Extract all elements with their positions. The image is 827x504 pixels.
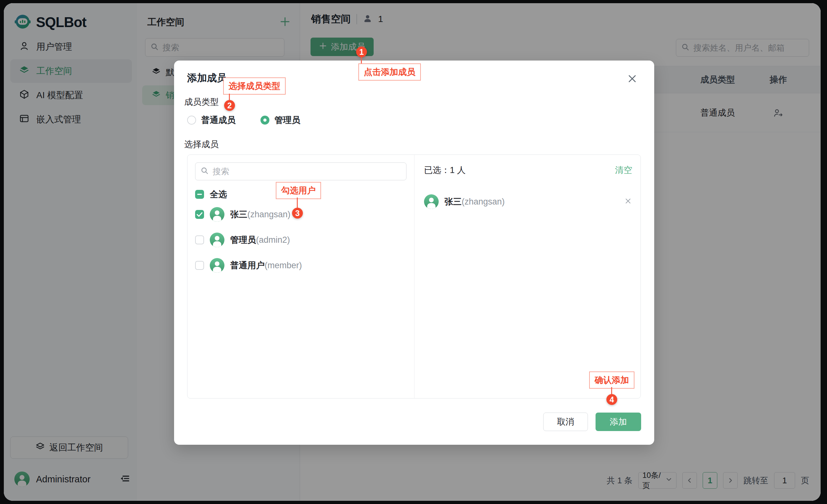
user-list-item[interactable]: 普通用户(member) [195, 256, 410, 275]
select-all-label: 全选 [210, 188, 227, 200]
close-icon[interactable] [627, 73, 638, 85]
candidate-search-input[interactable] [213, 167, 401, 176]
member-type-label: 成员类型 [184, 96, 219, 108]
step-badge-2: 2 [224, 100, 235, 111]
user-username: (admin2) [256, 235, 290, 245]
member-type-radio-group: 普通成员 管理员 [187, 115, 300, 125]
app-window: SQLBot 用户管理 工作空间 [4, 3, 821, 501]
cancel-button[interactable]: 取消 [543, 412, 588, 431]
selected-user-name: 张三 [444, 197, 461, 207]
selected-user-item: 张三(zhangsan) [424, 192, 632, 211]
select-all-row[interactable]: 全选 [195, 188, 227, 201]
checkbox-indeterminate-icon[interactable] [195, 190, 204, 199]
radio-unselected-icon[interactable] [187, 116, 196, 124]
annotation-choose-member-type: 选择成员类型 [223, 77, 286, 95]
add-member-modal: 添加成员 成员类型 普通成员 管理员 选择成员 [174, 61, 654, 445]
annotation-connector [611, 387, 612, 394]
modal-title: 添加成员 [187, 71, 227, 85]
step-badge-1: 1 [356, 47, 367, 57]
select-member-label: 选择成员 [184, 138, 219, 150]
avatar [210, 207, 225, 222]
radio-label-normal[interactable]: 普通成员 [201, 114, 236, 126]
avatar [424, 194, 439, 209]
annotation-connector [229, 94, 230, 100]
step-badge-4: 4 [606, 394, 617, 405]
member-transfer-panel: 全选 张三(zhangsan) [187, 155, 641, 399]
selected-summary: 已选：1 人 [424, 164, 466, 176]
avatar [210, 233, 225, 247]
clear-selection-link[interactable]: 清空 [615, 164, 632, 176]
annotation-check-user: 勾选用户 [276, 182, 321, 199]
avatar [210, 258, 225, 273]
selected-pane: 已选：1 人 清空 张三(zhangsan) [415, 155, 640, 398]
checkbox-empty-icon[interactable] [195, 261, 204, 270]
screen: SQLBot 用户管理 工作空间 [0, 0, 827, 504]
confirm-add-button[interactable]: 添加 [595, 412, 641, 431]
step-badge-3: 3 [292, 208, 303, 219]
user-name: 管理员 [230, 235, 256, 245]
radio-label-admin[interactable]: 管理员 [275, 114, 300, 126]
annotation-connector [297, 198, 298, 208]
selected-user-username: (zhangsan) [461, 197, 505, 207]
checkbox-checked-icon[interactable] [195, 210, 204, 219]
user-name: 张三 [230, 210, 247, 219]
remove-selected-icon[interactable] [624, 197, 632, 207]
annotation-click-add-member: 点击添加成员 [358, 63, 421, 80]
candidate-search[interactable] [195, 163, 406, 180]
user-name: 普通用户 [230, 261, 264, 270]
search-icon [200, 167, 209, 176]
radio-selected-icon[interactable] [260, 116, 270, 124]
user-list-item[interactable]: 管理员(admin2) [195, 231, 410, 249]
checkbox-empty-icon[interactable] [195, 235, 204, 244]
annotation-confirm-add: 确认添加 [589, 372, 634, 389]
user-username: (member) [264, 261, 302, 270]
user-username: (zhangsan) [247, 210, 290, 219]
annotation-connector [361, 57, 362, 63]
